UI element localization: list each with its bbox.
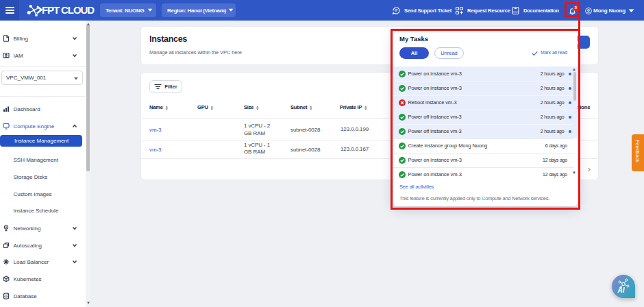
svg-text:AI: AI xyxy=(617,286,625,294)
